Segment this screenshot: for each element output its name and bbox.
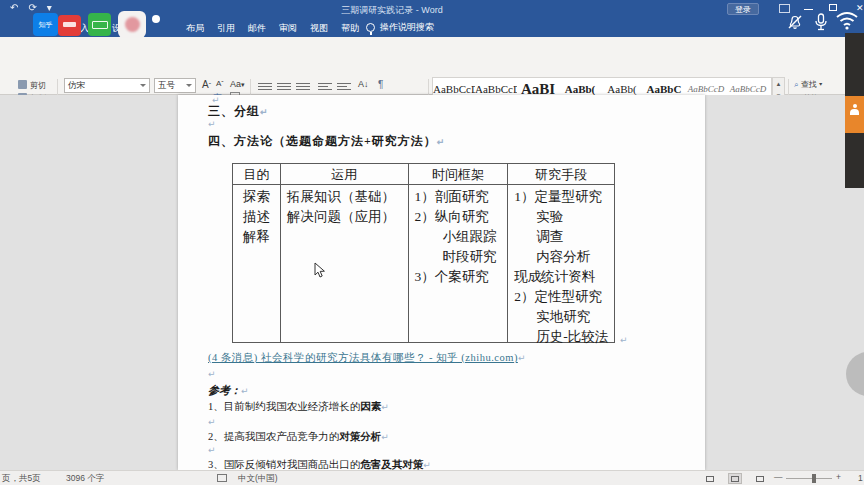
wifi-icon[interactable] — [834, 8, 860, 32]
tell-me-label: 操作说明搜索 — [380, 21, 434, 34]
ribbon-display-options-icon[interactable] — [779, 4, 790, 13]
change-case-button[interactable]: Aa▾ — [230, 79, 245, 89]
ribbon: 剪切 复制 格式刷 剪贴板 仿宋 五号 Aˆ Aˇ Aa▾ 变 A B I U … — [0, 37, 864, 95]
language-indicator[interactable]: 中文(中国) — [238, 473, 278, 485]
show-marks-button[interactable]: ¶ — [378, 79, 383, 90]
doc-heading-4: 四、方法论（选题命题方法+研究方法）↵ — [208, 133, 445, 150]
reference-item-2: 2、提高我国农产品竞争力的对策分析↵ — [208, 430, 389, 444]
tab-review[interactable]: 审阅 — [279, 22, 297, 35]
table-cell-application: 拓展知识（基础） 解决问题（应用） — [281, 185, 409, 342]
paragraph-mark: ↵ — [208, 369, 216, 379]
green-app-icon[interactable] — [88, 13, 111, 36]
zoom-slider-thumb[interactable] — [812, 474, 816, 483]
cut-button[interactable]: 剪切 — [18, 80, 46, 91]
word-window: ↶ ⟳ ▾ 三期调研实践记录 - Word 登录 ✕ 入 设计 布局 引用 邮件… — [0, 0, 864, 485]
zoom-percent-partial: 1 — [858, 473, 863, 483]
table-header-purpose: 目的 — [233, 164, 281, 185]
print-layout-icon[interactable] — [728, 473, 742, 484]
doc-heading-3: 三、分组↵ — [208, 103, 269, 120]
mouse-cursor-icon — [314, 262, 326, 278]
zhihu-link-line: (4 条消息) 社会科学的研究方法具体有哪些？ - 知乎 (zhihu.com)… — [208, 351, 525, 365]
status-bar: 页，共5页 3096 个字 中文(中国) — + 1 — [0, 470, 864, 485]
bell-muted-icon[interactable] — [786, 13, 804, 31]
multilevel-list-button[interactable] — [296, 81, 310, 92]
document-page[interactable]: ↵ 三、分组↵ ↵ 四、方法论（选题命题方法+研究方法）↵ 目的 运用 时间框架… — [178, 95, 705, 470]
table-header-timeframe: 时间框架 — [409, 164, 509, 185]
reference-heading: 参考：↵ — [208, 383, 249, 398]
word-count[interactable]: 3096 个字 — [66, 473, 104, 485]
tab-help[interactable]: 帮助 — [341, 22, 359, 35]
numbering-button[interactable] — [277, 81, 291, 92]
styles-scroll-up-icon[interactable]: ▲ — [773, 78, 784, 90]
zhihu-hyperlink[interactable]: (4 条消息) 社会科学的研究方法具体有哪些？ - 知乎 (zhihu.com) — [208, 352, 518, 363]
tab-mailings[interactable]: 邮件 — [248, 22, 266, 35]
table-cell-purpose: 探索 描述 解释 — [233, 185, 281, 342]
table-body-row: 探索 描述 解释 拓展知识（基础） 解决问题（应用） 1）剖面研究 2）纵向研究… — [233, 185, 614, 342]
redo-icon[interactable]: ⟳ — [28, 2, 36, 13]
web-layout-icon[interactable] — [753, 473, 767, 484]
sign-in-button[interactable]: 登录 — [727, 3, 759, 15]
bullets-button[interactable] — [258, 81, 272, 92]
shrink-font-button[interactable]: Aˇ — [216, 79, 224, 88]
document-area[interactable]: ↵ 三、分组↵ ↵ 四、方法论（选题命题方法+研究方法）↵ 目的 运用 时间框架… — [0, 95, 864, 470]
paragraph-mark: ↵ — [208, 119, 216, 129]
table-header-methods: 研究手段 — [508, 164, 614, 185]
white-app-icon[interactable] — [118, 11, 146, 38]
person-icon — [850, 104, 859, 113]
cut-icon — [18, 80, 27, 89]
quick-access-toolbar: ↶ ⟳ ▾ — [10, 2, 52, 13]
font-name-combo[interactable]: 仿宋 — [64, 78, 150, 93]
tab-view[interactable]: 视图 — [310, 22, 328, 35]
microphone-icon[interactable] — [812, 12, 830, 32]
zoom-slider[interactable] — [786, 478, 832, 479]
table-cell-methods: 1）定量型研究 实验 调查 内容分析 现成统计资料 2）定性型研究 实地研究 历… — [508, 185, 614, 342]
paragraph-mark: ↵ — [620, 335, 628, 345]
decrease-indent-button[interactable] — [318, 81, 332, 92]
find-button[interactable]: ⌕ 查找 ▾ — [794, 79, 822, 90]
red-app-icon[interactable] — [58, 15, 81, 36]
white-dot-icon — [152, 15, 160, 23]
minimize-icon[interactable] — [804, 9, 813, 10]
tell-me-search[interactable]: 操作说明搜索 — [366, 21, 434, 34]
table-header-row: 目的 运用 时间框架 研究手段 — [233, 164, 614, 185]
font-size-combo[interactable]: 五号 — [154, 78, 196, 93]
paragraph-mark: ↵ — [208, 445, 216, 455]
qat-more-icon[interactable]: ▾ — [47, 2, 52, 13]
tab-references[interactable]: 引用 — [217, 22, 235, 35]
methodology-table[interactable]: 目的 运用 时间框架 研究手段 探索 描述 解释 拓展知识（基础） 解决问题（应… — [232, 163, 615, 343]
zoom-out-button[interactable]: — — [774, 472, 783, 482]
zoom-in-button[interactable]: + — [836, 472, 841, 482]
tab-layout[interactable]: 布局 — [186, 22, 204, 35]
recorder-user-button[interactable] — [845, 96, 864, 133]
lightbulb-icon — [366, 23, 375, 32]
reference-item-1: 1、目前制约我国农业经济增长的因素↵ — [208, 400, 389, 414]
sort-button[interactable]: A↓ — [358, 79, 369, 89]
paragraph-mark: ↵ — [208, 417, 216, 427]
title-bar: ↶ ⟳ ▾ 三期调研实践记录 - Word 登录 ✕ 入 设计 布局 引用 邮件… — [0, 0, 864, 37]
zhihu-app-icon[interactable]: 知乎 — [33, 13, 58, 36]
table-cell-timeframe: 1）剖面研究 2）纵向研究 小组跟踪 时段研究 3）个案研究 — [409, 185, 509, 342]
page-indicator[interactable]: 页，共5页 — [2, 473, 41, 485]
grow-font-button[interactable]: Aˆ — [202, 79, 211, 90]
document-title: 三期调研实践记录 - Word — [341, 4, 442, 17]
read-mode-icon[interactable] — [703, 473, 717, 484]
increase-indent-button[interactable] — [337, 81, 351, 92]
undo-icon[interactable]: ↶ — [10, 2, 18, 13]
proofing-status-icon[interactable] — [217, 474, 227, 482]
table-header-application: 运用 — [281, 164, 409, 185]
